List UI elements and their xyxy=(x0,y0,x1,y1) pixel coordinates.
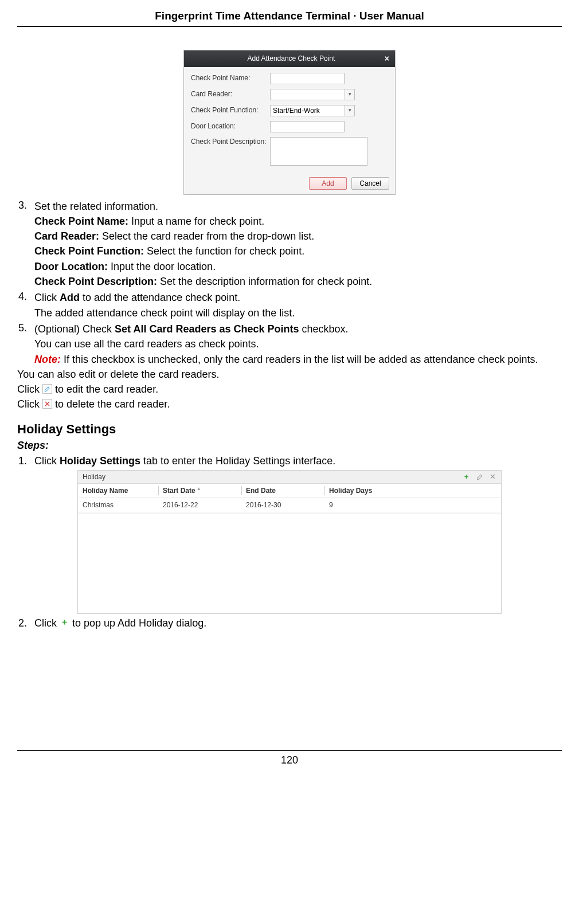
page-footer: 120 xyxy=(17,750,562,767)
holiday-step-1b: Holiday Settings xyxy=(60,455,140,467)
dialog-wrap: Add Attendance Check Point × Check Point… xyxy=(17,50,562,195)
steps-label: Steps: xyxy=(17,438,562,452)
step-3-dl-label: Door Location: xyxy=(34,261,108,272)
label-door-location: Door Location: xyxy=(191,122,270,131)
label-check-point-description: Check Point Description: xyxy=(191,137,270,146)
cell-name: Christmas xyxy=(78,498,158,512)
plus-icon xyxy=(60,617,69,627)
check-point-name-input[interactable] xyxy=(270,73,345,84)
step-5-number: 5. xyxy=(17,321,34,366)
step-3-number: 3. xyxy=(17,198,34,289)
dialog-titlebar: Add Attendance Check Point × xyxy=(184,50,395,67)
note-label: Note: xyxy=(34,354,61,365)
step-3-cpn-label: Check Point Name: xyxy=(34,216,128,227)
step-3-cr-text: Select the card reader from the drop-dow… xyxy=(99,230,314,242)
close-icon[interactable]: × xyxy=(385,53,389,64)
step-3-cpd-label: Check Point Description: xyxy=(34,276,157,287)
plus-icon[interactable]: + xyxy=(463,473,470,481)
holiday-step-1c: tab to enter the Holiday Settings interf… xyxy=(140,455,335,467)
holiday-steps-list: 1. Click Holiday Settings tab to enter t… xyxy=(17,454,562,468)
step-3-cr: Card Reader: Select the card reader from… xyxy=(34,229,562,243)
step-4-body: Click Add to add the attendance check po… xyxy=(34,289,562,320)
holiday-step-2-text: Click to pop up Add Holiday dialog. xyxy=(34,616,562,630)
step-3-body: Set the related information. Check Point… xyxy=(34,198,562,289)
click-delete-b: to delete the card reader. xyxy=(55,398,170,410)
note-body: If this checkbox is unchecked, only the … xyxy=(61,354,538,365)
step-5-line0: (Optional) Check Set All Card Readers as… xyxy=(34,322,562,336)
step-3-dl: Door Location: Input the door location. xyxy=(34,260,562,273)
edit-delete-note: You can also edit or delete the card rea… xyxy=(17,367,562,381)
holiday-step-1-num: 1. xyxy=(17,454,34,468)
step-3-dl-text: Input the door location. xyxy=(108,261,216,272)
holiday-step-1a: Click xyxy=(34,455,60,467)
step-3: 3. Set the related information. Check Po… xyxy=(17,198,562,289)
step-3-cpf: Check Point Function: Select the functio… xyxy=(34,244,562,258)
step-5-note: Note: If this checkbox is unchecked, onl… xyxy=(34,353,562,366)
check-point-function-select[interactable]: ▾ xyxy=(270,105,355,116)
step-3-cpn: Check Point Name: Input a name for check… xyxy=(34,214,562,228)
chevron-down-icon[interactable]: ▾ xyxy=(345,105,355,116)
step-3-cr-label: Card Reader: xyxy=(34,230,99,242)
holiday-empty-area xyxy=(78,513,501,613)
delete-icon xyxy=(42,399,52,409)
page-number: 120 xyxy=(281,754,298,766)
chevron-down-icon[interactable]: ▾ xyxy=(345,89,355,100)
col-holiday-days[interactable]: Holiday Days xyxy=(324,484,501,498)
holiday-settings-heading: Holiday Settings xyxy=(17,421,562,438)
step-4-line0c: to add the attendance check point. xyxy=(80,292,240,303)
header-rule xyxy=(17,26,562,27)
holiday-step-2: 2. Click to pop up Add Holiday dialog. xyxy=(17,616,562,630)
step-3-cpf-text: Select the function for check point. xyxy=(144,245,304,257)
holiday-step-1: 1. Click Holiday Settings tab to enter t… xyxy=(17,454,562,468)
step-3-cpn-text: Input a name for check point. xyxy=(128,216,264,227)
dialog-footer: Add Cancel xyxy=(184,174,395,194)
card-reader-select[interactable]: ▾ xyxy=(270,89,355,100)
close-icon[interactable]: ✕ xyxy=(489,473,496,481)
step-4: 4. Click Add to add the attendance check… xyxy=(17,289,562,320)
page-title: Fingerprint Time Attendance Terminal · U… xyxy=(17,9,562,24)
card-reader-input[interactable] xyxy=(270,89,345,100)
edit-icon[interactable] xyxy=(476,473,483,481)
cancel-button[interactable]: Cancel xyxy=(351,177,389,190)
edit-icon xyxy=(42,384,52,394)
col-start-date[interactable]: Start Date▲ xyxy=(158,484,241,498)
col-end-date[interactable]: End Date xyxy=(241,484,324,498)
door-location-input[interactable] xyxy=(270,121,345,132)
holiday-step-2-num: 2. xyxy=(17,616,34,630)
click-edit-a: Click xyxy=(17,383,42,395)
label-card-reader: Card Reader: xyxy=(191,89,270,99)
label-check-point-function: Check Point Function: xyxy=(191,105,270,115)
holiday-step-1-body: Click Holiday Settings tab to enter the … xyxy=(34,454,562,468)
step-4-line0: Click Add to add the attendance check po… xyxy=(34,291,562,304)
holiday-panel-wrap: Holiday + ✕ Holiday Name Start Date▲ End… xyxy=(17,470,562,614)
col-start-date-text: Start Date xyxy=(163,487,195,495)
cell-days: 9 xyxy=(324,498,501,512)
step-4-number: 4. xyxy=(17,289,34,320)
cell-end: 2016-12-30 xyxy=(241,498,324,512)
step-3-cpd: Check Point Description: Set the descrip… xyxy=(34,275,562,288)
holiday-panel: Holiday + ✕ Holiday Name Start Date▲ End… xyxy=(77,470,502,614)
table-row[interactable]: Christmas 2016-12-22 2016-12-30 9 xyxy=(78,498,501,512)
holiday-steps-list-2: 2. Click to pop up Add Holiday dialog. xyxy=(17,616,562,630)
row-check-point-function: Check Point Function: ▾ xyxy=(191,105,388,116)
steps-list: 3. Set the related information. Check Po… xyxy=(17,198,562,366)
row-door-location: Door Location: xyxy=(191,121,388,132)
holiday-step-2-body: Click to pop up Add Holiday dialog. xyxy=(34,616,562,630)
step-5-line0a: (Optional) Check xyxy=(34,323,115,335)
add-button[interactable]: Add xyxy=(309,177,347,190)
step-5: 5. (Optional) Check Set All Card Readers… xyxy=(17,321,562,366)
sort-asc-icon: ▲ xyxy=(197,486,201,491)
step-5-body: (Optional) Check Set All Card Readers as… xyxy=(34,321,562,366)
check-point-function-input[interactable] xyxy=(270,105,345,116)
step-4-line0a: Click xyxy=(34,292,60,303)
label-check-point-name: Check Point Name: xyxy=(191,73,270,83)
col-holiday-name[interactable]: Holiday Name xyxy=(78,484,158,498)
holiday-titlebar-icons: + ✕ xyxy=(463,473,496,481)
step-3-line0: Set the related information. xyxy=(34,199,562,213)
check-point-description-textarea[interactable] xyxy=(270,137,367,166)
cell-start: 2016-12-22 xyxy=(158,498,241,512)
click-edit-line: Click to edit the card reader. xyxy=(17,382,562,396)
step-4-line0b: Add xyxy=(60,292,80,303)
add-attendance-check-point-dialog: Add Attendance Check Point × Check Point… xyxy=(183,50,396,195)
step-5-line0b: Set All Card Readers as Check Points xyxy=(115,323,299,335)
